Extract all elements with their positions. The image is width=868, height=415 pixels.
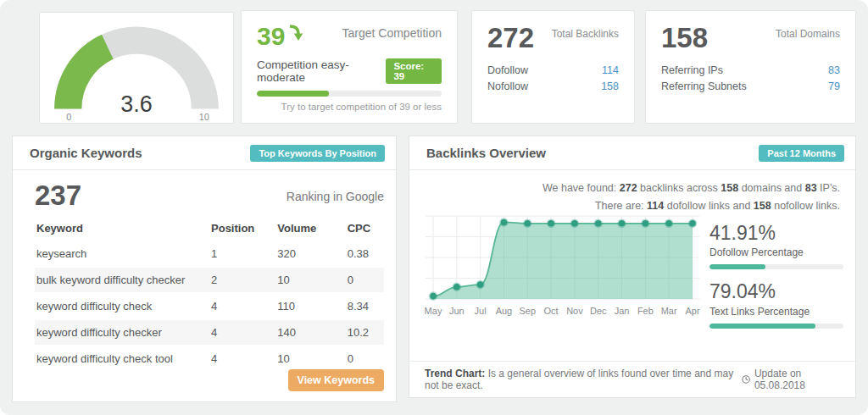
keywords-table-row: bulk keyword difficulty checker 2 10 0 [35, 268, 384, 292]
cpc-cell: 8.34 [346, 294, 384, 318]
stat-percentage: 79.04% [709, 281, 843, 302]
cpc-cell: 10.2 [346, 320, 384, 345]
total-domains-count: 158 [661, 24, 708, 52]
trend-chart-wrap[interactable]: MayJunJulAugSepOctNovDecJanFebMarApr [421, 209, 703, 324]
svg-text:Dec: Dec [590, 306, 607, 316]
svg-text:Sep: Sep [519, 306, 536, 316]
summary-text: domains and [738, 182, 805, 194]
backlinks-overview-title: Backlinks Overview [426, 146, 546, 160]
clock-icon [742, 374, 750, 385]
position-cell: 2 [209, 268, 275, 292]
stat-percentage: 41.91% [709, 223, 843, 244]
keywords-table-row: keyword difficulty check tool 4 10 0 [35, 346, 384, 371]
stat-row: Dofollow 114 [487, 63, 619, 79]
cpc-cell: 0 [346, 268, 384, 292]
seo-dashboard: 3.6 0 10 39 Target Competition Competiti… [0, 0, 868, 415]
keyword-cell: keysearch [35, 241, 209, 266]
gauge-max-label: 10 [199, 112, 209, 122]
position-cell: 1 [209, 241, 275, 266]
svg-text:Nov: Nov [566, 306, 583, 316]
gauge-min-label: 0 [66, 112, 71, 122]
position-cell: 4 [209, 346, 275, 371]
percentage-stat-block: 41.91% Dofollow Percentage [709, 223, 843, 269]
keywords-table-header: CPC [346, 217, 384, 240]
total-domains-title: Total Domains [776, 28, 840, 40]
organic-keywords-title: Organic Keywords [30, 146, 142, 160]
keywords-table-row: keysearch 1 320 0.38 [35, 241, 384, 266]
backlinks-trend-chart[interactable]: MayJunJulAugSepOctNovDecJanFebMarApr [421, 209, 703, 321]
trend-chart-footnote: Trend Chart: Is a general overview of li… [425, 368, 742, 391]
position-cell: 4 [209, 320, 275, 345]
percentage-stat-block: 79.04% Text Links Percentage [709, 281, 843, 328]
total-domains-card: 158 Total Domains Referring IPs 83 Refer… [645, 10, 856, 124]
volume-cell: 140 [275, 320, 345, 345]
target-competition-card: 39 Target Competition Competition easy-m… [241, 10, 458, 124]
stat-row: Nofollow 158 [487, 79, 619, 95]
organic-keywords-panel: Organic Keywords Top Keywords By Positio… [12, 136, 397, 402]
stat-percentage-bar [709, 324, 843, 329]
competition-card-title: Target Competition [342, 26, 442, 40]
competition-progress-fill [257, 91, 329, 97]
gauge-chart: 3.6 0 10 [47, 25, 225, 123]
summary-text: backlinks across [637, 182, 721, 194]
summary-text: 158 [721, 182, 738, 194]
keywords-table-header-row: KeywordPositionVolumeCPC [35, 217, 384, 240]
stat-row-label: Referring IPs [661, 63, 723, 79]
past-12-months-button[interactable]: Past 12 Months [759, 145, 844, 162]
view-keywords-button[interactable]: View Keywords [288, 369, 384, 391]
keyword-cell: keyword difficulty checker [35, 320, 209, 345]
summary-text: 158 [754, 200, 771, 212]
ranking-in-google-label: Ranking in Google [287, 190, 384, 203]
cpc-cell: 0.38 [346, 241, 384, 266]
position-cell: 4 [209, 294, 275, 318]
gauge-value: 3.6 [120, 91, 152, 117]
competition-level-label: Competition easy-moderate [257, 58, 386, 84]
update-date-text: Update on 05.08.2018 [754, 368, 840, 391]
stat-percentage-label: Dofollow Percentage [709, 246, 843, 258]
summary-text: We have found: [542, 182, 620, 194]
svg-text:Aug: Aug [496, 306, 513, 316]
volume-cell: 10 [275, 346, 345, 371]
stat-row: Referring Subnets 79 [661, 79, 840, 95]
keyword-cell: keyword difficulty check tool [35, 346, 209, 371]
keywords-table-header: Volume [275, 217, 345, 240]
stat-row: Referring IPs 83 [661, 63, 840, 79]
competition-hint: Try to target competition of 39 or less [257, 102, 442, 112]
keywords-table-header: Position [209, 217, 275, 240]
total-backlinks-card: 272 Total Backlinks Dofollow 114 Nofollo… [471, 10, 635, 124]
stat-row-value-link[interactable]: 158 [601, 79, 619, 95]
cpc-cell: 0 [346, 346, 384, 371]
summary-text: 272 [620, 182, 637, 194]
trend-down-arrow-icon [289, 24, 303, 42]
keyword-cell: bulk keyword difficulty checker [35, 268, 209, 292]
update-date: Update on 05.08.2018 [742, 368, 840, 391]
stat-row-value-link[interactable]: 83 [828, 63, 840, 79]
score-badge: Score: 39 [386, 58, 442, 84]
svg-text:Apr: Apr [685, 306, 699, 316]
keywords-table-row: keyword difficulty check 4 110 8.34 [35, 294, 384, 318]
summary-text: IP's. [817, 182, 840, 194]
volume-cell: 110 [275, 294, 345, 318]
summary-line-1: We have found: 272 backlinks across 158 … [542, 180, 840, 197]
total-backlinks-title: Total Backlinks [552, 28, 619, 40]
keywords-table-header: Keyword [35, 217, 209, 240]
summary-text: nofollow links. [771, 200, 840, 212]
svg-text:Jun: Jun [449, 306, 465, 316]
top-keywords-by-position-button[interactable]: Top Keywords By Position [250, 145, 385, 162]
stat-row-label: Referring Subnets [661, 79, 747, 95]
backlinks-overview-panel: Backlinks Overview Past 12 Months We hav… [409, 136, 856, 398]
stat-row-value-link[interactable]: 114 [602, 63, 619, 79]
difficulty-gauge-card: 3.6 0 10 [39, 12, 234, 124]
competition-score-value: 39 [257, 24, 285, 49]
svg-text:May: May [425, 306, 442, 316]
competition-score: 39 [257, 24, 303, 49]
stat-percentage-bar-fill [709, 324, 815, 329]
stat-row-label: Dofollow [487, 63, 528, 79]
competition-progress-bar [257, 91, 442, 97]
stat-percentage-bar-fill [709, 264, 765, 269]
keywords-table-row: keyword difficulty checker 4 140 10.2 [35, 320, 384, 345]
svg-text:Oct: Oct [544, 306, 559, 316]
volume-cell: 10 [275, 268, 345, 292]
total-backlinks-count: 272 [487, 24, 534, 52]
stat-row-value-link[interactable]: 79 [828, 79, 840, 95]
